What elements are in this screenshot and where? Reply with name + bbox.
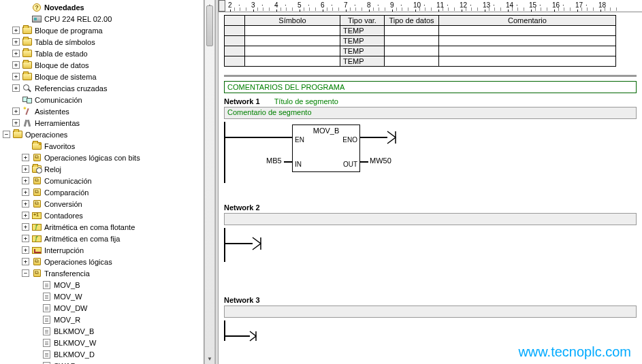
tree-item[interactable]: Favoritos (3, 140, 204, 152)
table-row[interactable]: TEMP (225, 36, 616, 46)
tree-item[interactable]: +Asistentes (3, 105, 204, 117)
cell-simbolo[interactable] (245, 26, 340, 36)
tree-expander[interactable]: + (12, 27, 20, 34)
tree-expander[interactable]: + (12, 38, 20, 46)
tree-item[interactable]: +Interrupción (3, 244, 204, 256)
cell-simbolo[interactable] (245, 56, 340, 67)
tree-item[interactable]: +Bloque de programa (3, 24, 204, 36)
network-2-title[interactable]: Network 2 (224, 203, 637, 212)
tree-expander[interactable]: + (22, 200, 29, 208)
col-tipo-var[interactable]: Tipo var. (340, 16, 385, 26)
cell-tipo-datos[interactable] (385, 56, 439, 67)
row-header[interactable] (225, 56, 245, 67)
tree-expander[interactable]: + (22, 165, 29, 173)
scroll-down-icon[interactable]: ▼ (205, 353, 214, 364)
network-1-title[interactable]: Network 1 Título de segmento (224, 97, 637, 105)
tree-item[interactable]: +Reloj (3, 163, 204, 175)
tree-item[interactable]: MOV_B (3, 279, 204, 291)
network-3-comment[interactable] (224, 305, 637, 318)
scroll-thumb[interactable] (206, 5, 213, 46)
tree-expander[interactable]: + (12, 84, 20, 92)
network-1-comment[interactable]: Comentario de segmento (224, 107, 637, 119)
tree-expander[interactable]: + (22, 223, 29, 231)
col-comentario[interactable]: Comentario (439, 16, 616, 26)
tree-item[interactable]: MOV_R (3, 314, 204, 325)
cell-comentario[interactable] (439, 46, 616, 56)
tree-item[interactable]: +Bloque de sistema (3, 71, 204, 82)
variable-table[interactable]: Símbolo Tipo var. Tipo de datos Comentar… (224, 15, 616, 67)
tree-item[interactable]: +Conversión (3, 198, 204, 210)
network-2-comment[interactable] (224, 213, 637, 225)
tree-expander[interactable]: + (22, 246, 29, 254)
cell-simbolo[interactable] (245, 46, 340, 56)
tree-item[interactable]: MOV_W (3, 291, 204, 302)
col-tipo-datos[interactable]: Tipo de datos (385, 16, 439, 26)
tree-item[interactable]: +Aritmética en coma flotante (3, 221, 204, 233)
table-row[interactable]: TEMP (225, 46, 616, 56)
arg-out[interactable]: MW50 (370, 156, 391, 165)
tree-expander[interactable]: + (22, 212, 29, 219)
tree-expander[interactable]: + (12, 107, 20, 115)
program-comments-header[interactable]: COMENTARIOS DEL PROGRAMA (224, 81, 637, 93)
cell-tipo-var[interactable]: TEMP (340, 56, 385, 67)
tree-item[interactable]: +Tabla de símbolos (3, 36, 204, 48)
cell-comentario[interactable] (439, 26, 616, 36)
tree-item[interactable]: SWAP (3, 360, 204, 364)
cell-tipo-var[interactable]: TEMP (340, 26, 385, 36)
network-1-ladder[interactable]: MOV_B EN ENO IN OUT MB5 MW50 (224, 122, 637, 183)
row-header[interactable] (225, 26, 245, 36)
network-1-segtitle[interactable]: Título de segmento (274, 97, 338, 105)
tree-expander[interactable]: + (12, 73, 20, 80)
table-row[interactable]: TEMP (225, 56, 616, 67)
tree-expander[interactable]: + (12, 50, 20, 57)
tree-expander[interactable]: + (12, 119, 20, 127)
tree-expander[interactable]: + (22, 188, 29, 196)
tree-item[interactable]: BLKMOV_W (3, 337, 204, 348)
cell-comentario[interactable] (439, 36, 616, 46)
tree-item[interactable]: CPU 224 REL 02.00 (3, 13, 204, 24)
tree-item[interactable]: +Aritmética en coma fija (3, 233, 204, 244)
cell-comentario[interactable] (439, 56, 616, 67)
tree-item[interactable]: +Referencias cruzadas (3, 82, 204, 94)
cell-tipo-datos[interactable] (385, 46, 439, 56)
cell-tipo-var[interactable]: TEMP (340, 46, 385, 56)
tree-item[interactable]: +Comunicación (3, 175, 204, 186)
tree-item[interactable]: Comunicación (3, 94, 204, 105)
tree-item[interactable]: BLKMOV_D (3, 348, 204, 360)
tree-item[interactable]: +Herramientas (3, 117, 204, 129)
arg-in[interactable]: MB5 (266, 156, 282, 165)
network-3-ladder[interactable] (224, 320, 637, 341)
network-3-title[interactable]: Network 3 (224, 296, 637, 304)
tree-expander[interactable]: + (22, 235, 29, 242)
row-header[interactable] (225, 46, 245, 56)
tree-item-label: Tabla de estado (35, 50, 88, 58)
tree-item[interactable]: +Operaciones lógicas con bits (3, 152, 204, 163)
tree-item[interactable]: +Operaciones lógicas (3, 256, 204, 267)
tree-scrollbar[interactable]: ▲ ▼ (204, 0, 215, 364)
table-row[interactable]: TEMP (225, 26, 616, 36)
tree-item[interactable]: +Bloque de datos (3, 59, 204, 71)
cell-tipo-datos[interactable] (385, 26, 439, 36)
tree-item[interactable]: −Transferencia (3, 267, 204, 279)
cell-tipo-datos[interactable] (385, 36, 439, 46)
tree-expander[interactable]: − (3, 131, 10, 138)
tree-item[interactable]: ?Novedades (3, 1, 204, 13)
tree-expander[interactable]: + (22, 258, 29, 265)
tree-expander[interactable]: + (12, 61, 20, 69)
row-header[interactable] (225, 36, 245, 46)
tree-expander[interactable]: − (22, 269, 29, 277)
tree-item[interactable]: +Comparación (3, 186, 204, 198)
cell-simbolo[interactable] (245, 36, 340, 46)
cell-tipo-var[interactable]: TEMP (340, 36, 385, 46)
mov-b-block[interactable]: MOV_B EN ENO IN OUT (292, 125, 360, 172)
tree-item[interactable]: −Operaciones (3, 129, 204, 140)
col-simbolo[interactable]: Símbolo (245, 16, 340, 26)
project-tree[interactable]: ?NovedadesCPU 224 REL 02.00+Bloque de pr… (0, 0, 204, 364)
tree-expander[interactable]: + (22, 154, 29, 161)
tree-expander[interactable]: + (22, 177, 29, 184)
network-2-ladder[interactable] (224, 228, 637, 262)
tree-item[interactable]: BLKMOV_B (3, 325, 204, 337)
tree-item[interactable]: +Tabla de estado (3, 48, 204, 59)
tree-item[interactable]: MOV_DW (3, 302, 204, 314)
tree-item[interactable]: +Contadores (3, 210, 204, 221)
